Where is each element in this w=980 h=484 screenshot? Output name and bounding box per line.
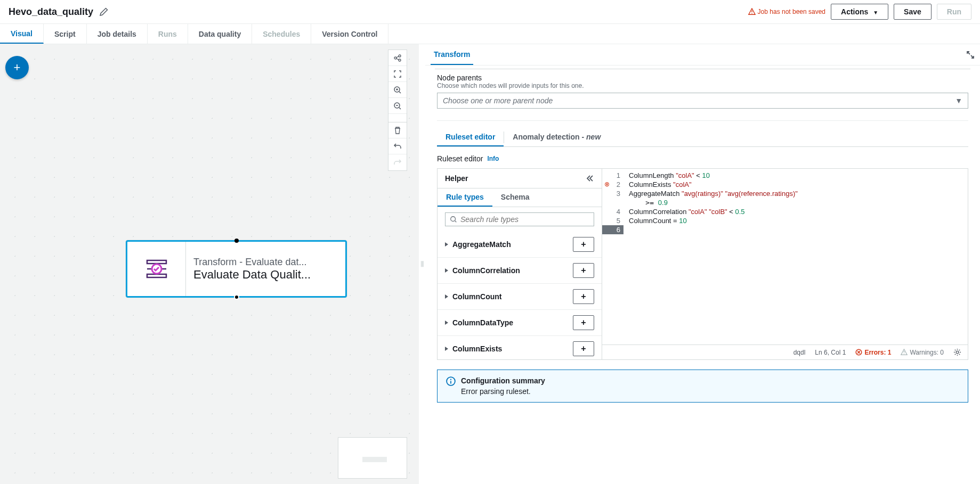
expand-icon xyxy=(445,321,448,325)
info-link[interactable]: Info xyxy=(487,155,499,162)
code-content[interactable]: ColumnLength "colA" < 10 ColumnExists "c… xyxy=(623,169,968,344)
properties-panel: Transform Node parents Choose which node… xyxy=(425,44,980,484)
svg-line-6 xyxy=(396,59,399,60)
error-gutter-icon: ⊗ xyxy=(604,180,610,189)
expand-icon xyxy=(445,294,448,299)
save-button[interactable]: Save xyxy=(894,4,932,20)
cursor-position: Ln 6, Col 1 xyxy=(815,349,846,356)
canvas[interactable]: + Transf xyxy=(0,44,419,484)
node-parents-select[interactable]: Choose one or more parent node ▼ xyxy=(437,93,968,109)
delete-icon[interactable] xyxy=(388,122,407,138)
svg-rect-14 xyxy=(147,260,166,264)
svg-line-5 xyxy=(396,56,399,57)
svg-point-2 xyxy=(394,57,396,59)
editor-settings-icon[interactable] xyxy=(953,348,961,356)
info-icon xyxy=(446,376,456,396)
search-icon xyxy=(450,216,457,223)
panel-resize-handle[interactable]: ⦀ xyxy=(419,44,425,484)
tab-schedules: Schedules xyxy=(252,24,311,44)
zoom-in-icon[interactable] xyxy=(388,82,407,98)
svg-point-28 xyxy=(450,379,451,380)
helper-tab-schema[interactable]: Schema xyxy=(492,188,538,207)
node-subtitle: Transform - Evaluate dat... xyxy=(193,257,311,268)
header: Hevo_data_quality Job has not been saved… xyxy=(0,0,980,24)
warning-triangle-icon xyxy=(748,8,756,15)
svg-point-26 xyxy=(956,351,959,354)
panel-tabs: Transform xyxy=(425,44,980,65)
rule-type-item: AggregateMatch+ xyxy=(438,232,602,258)
collapse-helper-icon[interactable] xyxy=(586,174,594,183)
ruleset-header: Ruleset editor Info xyxy=(437,154,968,163)
svg-point-25 xyxy=(904,354,904,354)
add-node-button[interactable]: + xyxy=(5,56,29,79)
expand-panel-icon[interactable] xyxy=(966,51,975,59)
chevron-down-icon: ▼ xyxy=(955,96,962,105)
tab-ruleset-editor[interactable]: Ruleset editor xyxy=(437,128,504,146)
job-title: Hevo_data_quality xyxy=(9,6,93,18)
minimap-node xyxy=(362,457,387,462)
search-rule-types-input[interactable] xyxy=(460,215,589,224)
svg-line-8 xyxy=(399,92,401,93)
rule-type-item: ColumnCorrelation+ xyxy=(438,258,602,284)
header-left: Hevo_data_quality xyxy=(9,6,108,18)
helper-head: Helper xyxy=(438,169,602,188)
svg-rect-15 xyxy=(147,274,166,277)
helper-tab-rule-types[interactable]: Rule types xyxy=(438,188,492,207)
node-title: Evaluate Data Qualit... xyxy=(193,268,311,282)
code-gutter: ⊗ 123 456 xyxy=(602,169,623,344)
run-button[interactable]: Run xyxy=(937,4,971,20)
canvas-toolbar xyxy=(388,50,407,171)
share-icon[interactable] xyxy=(388,50,407,66)
ruleset-tabs: Ruleset editor Anomaly detection - new xyxy=(437,128,968,147)
panel-tab-transform[interactable]: Transform xyxy=(431,45,473,65)
code-body[interactable]: ⊗ 123 456 ColumnLength "colA" < 10 Colum… xyxy=(602,169,968,344)
search-rule-types[interactable] xyxy=(445,212,594,226)
node-output-port[interactable] xyxy=(234,294,239,300)
node-text: Transform - Evaluate dat... Evaluate Dat… xyxy=(186,257,318,282)
add-rule-button[interactable]: + xyxy=(573,315,594,330)
node-evaluate-data-quality[interactable]: Transform - Evaluate dat... Evaluate Dat… xyxy=(126,240,347,298)
error-count[interactable]: Errors: 1 xyxy=(855,349,891,356)
node-parents-label: Node parents xyxy=(437,73,968,82)
svg-line-20 xyxy=(455,221,457,223)
rule-type-list: AggregateMatch+ ColumnCorrelation+ Colum… xyxy=(438,232,602,359)
rule-type-item: ColumnExists+ xyxy=(438,336,602,359)
edit-icon[interactable] xyxy=(100,7,108,16)
tab-anomaly-detection[interactable]: Anomaly detection - new xyxy=(504,128,609,146)
main-tabs: Visual Script Job details Runs Data qual… xyxy=(0,24,980,44)
undo-icon[interactable] xyxy=(388,138,407,154)
add-rule-button[interactable]: + xyxy=(573,341,594,356)
toolbar-separator xyxy=(388,114,407,122)
summary-body: Error parsing ruleset. xyxy=(461,387,545,396)
editor-row: Helper Rule types Schema Aggreg xyxy=(437,168,968,360)
tab-version-control[interactable]: Version Control xyxy=(311,24,388,44)
main: + Transf xyxy=(0,44,980,484)
svg-point-19 xyxy=(451,217,456,222)
minimap[interactable] xyxy=(338,437,407,479)
svg-point-4 xyxy=(399,59,401,61)
tab-job-details[interactable]: Job details xyxy=(87,24,148,44)
fit-icon[interactable] xyxy=(388,66,407,82)
zoom-out-icon[interactable] xyxy=(388,98,407,114)
ruleset-title: Ruleset editor xyxy=(437,154,483,163)
tab-data-quality[interactable]: Data quality xyxy=(188,24,252,44)
add-rule-button[interactable]: + xyxy=(573,237,594,252)
actions-button[interactable]: Actions xyxy=(831,4,888,20)
rule-type-item: ColumnDataType+ xyxy=(438,310,602,336)
add-rule-button[interactable]: + xyxy=(573,289,594,304)
header-right: Job has not been saved Actions Save Run xyxy=(748,4,971,20)
add-rule-button[interactable]: + xyxy=(573,263,594,278)
svg-line-12 xyxy=(399,108,401,109)
node-icon xyxy=(127,242,186,296)
code-lang: dqdl xyxy=(793,349,806,356)
code-editor[interactable]: ⊗ 123 456 ColumnLength "colA" < 10 Colum… xyxy=(602,168,968,360)
tab-visual[interactable]: Visual xyxy=(0,24,44,44)
node-input-port[interactable] xyxy=(234,239,239,243)
rule-type-item: ColumnCount+ xyxy=(438,284,602,310)
svg-point-1 xyxy=(751,13,752,13)
summary-title: Configuration summary xyxy=(461,376,545,385)
svg-point-3 xyxy=(399,55,401,57)
tab-script[interactable]: Script xyxy=(44,24,87,44)
expand-icon xyxy=(445,242,448,247)
warning-count[interactable]: Warnings: 0 xyxy=(901,349,944,356)
